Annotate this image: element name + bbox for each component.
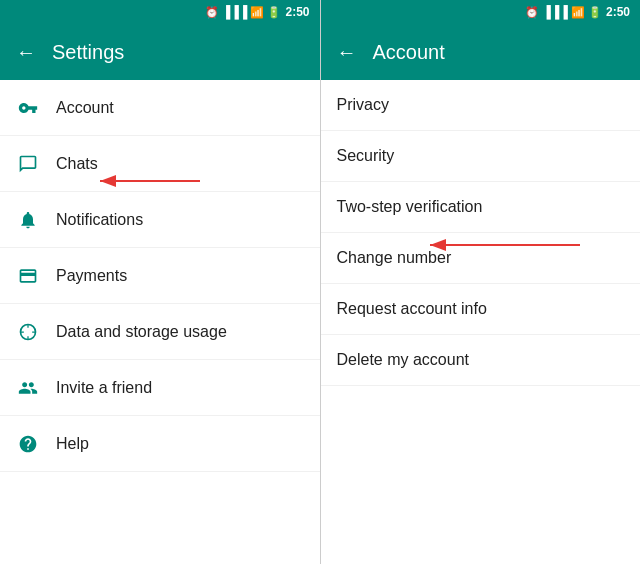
left-back-button[interactable]: ← bbox=[16, 41, 36, 64]
menu-item-privacy[interactable]: Privacy bbox=[321, 80, 641, 131]
right-signal-icon: ▐▐▐ bbox=[542, 5, 568, 19]
left-status-bar: ⏰ ▐▐▐ 📶 🔋 2:50 bbox=[0, 0, 320, 24]
payments-label: Payments bbox=[56, 267, 127, 285]
right-status-icons: ⏰ ▐▐▐ 📶 🔋 bbox=[525, 5, 602, 19]
menu-item-chats[interactable]: Chats bbox=[0, 136, 320, 192]
notifications-label: Notifications bbox=[56, 211, 143, 229]
menu-item-notifications[interactable]: Notifications bbox=[0, 192, 320, 248]
account-label: Account bbox=[56, 99, 114, 117]
left-status-icons: ⏰ ▐▐▐ 📶 🔋 bbox=[205, 5, 282, 19]
battery-icon: 🔋 bbox=[267, 6, 281, 19]
right-status-bar: ⏰ ▐▐▐ 📶 🔋 2:50 bbox=[321, 0, 641, 24]
menu-item-invite[interactable]: Invite a friend bbox=[0, 360, 320, 416]
left-menu-list: Account Chats Notifications bbox=[0, 80, 320, 564]
chats-label: Chats bbox=[56, 155, 98, 173]
right-alarm-icon: ⏰ bbox=[525, 6, 539, 19]
bell-icon bbox=[16, 208, 40, 232]
chat-icon bbox=[16, 152, 40, 176]
invite-label: Invite a friend bbox=[56, 379, 152, 397]
wifi-icon: 📶 bbox=[250, 6, 264, 19]
request-info-label: Request account info bbox=[337, 300, 487, 318]
menu-item-request-info[interactable]: Request account info bbox=[321, 284, 641, 335]
help-label: Help bbox=[56, 435, 89, 453]
left-header-title: Settings bbox=[52, 41, 124, 64]
signal-icon: ▐▐▐ bbox=[222, 5, 248, 19]
menu-item-data[interactable]: Data and storage usage bbox=[0, 304, 320, 360]
delete-label: Delete my account bbox=[337, 351, 470, 369]
privacy-label: Privacy bbox=[337, 96, 389, 114]
left-header: ← Settings bbox=[0, 24, 320, 80]
menu-item-change-number[interactable]: Change number bbox=[321, 233, 641, 284]
data-icon bbox=[16, 320, 40, 344]
menu-item-security[interactable]: Security bbox=[321, 131, 641, 182]
data-label: Data and storage usage bbox=[56, 323, 227, 341]
invite-icon bbox=[16, 376, 40, 400]
alarm-icon: ⏰ bbox=[205, 6, 219, 19]
menu-item-two-step[interactable]: Two-step verification bbox=[321, 182, 641, 233]
menu-item-account[interactable]: Account bbox=[0, 80, 320, 136]
right-back-button[interactable]: ← bbox=[337, 41, 357, 64]
right-time: 2:50 bbox=[606, 5, 630, 19]
right-wifi-icon: 📶 bbox=[571, 6, 585, 19]
right-header: ← Account bbox=[321, 24, 641, 80]
right-header-title: Account bbox=[373, 41, 445, 64]
two-step-label: Two-step verification bbox=[337, 198, 483, 216]
right-menu-list: Privacy Security Two-step verification C… bbox=[321, 80, 641, 564]
left-panel: ⏰ ▐▐▐ 📶 🔋 2:50 ← Settings Account Ch bbox=[0, 0, 320, 564]
menu-item-help[interactable]: Help bbox=[0, 416, 320, 472]
menu-item-payments[interactable]: Payments bbox=[0, 248, 320, 304]
left-time: 2:50 bbox=[285, 5, 309, 19]
payment-icon bbox=[16, 264, 40, 288]
right-panel: ⏰ ▐▐▐ 📶 🔋 2:50 ← Account Privacy Securit… bbox=[321, 0, 641, 564]
right-battery-icon: 🔋 bbox=[588, 6, 602, 19]
key-icon bbox=[16, 96, 40, 120]
change-number-label: Change number bbox=[337, 249, 452, 267]
menu-item-delete[interactable]: Delete my account bbox=[321, 335, 641, 386]
security-label: Security bbox=[337, 147, 395, 165]
help-icon bbox=[16, 432, 40, 456]
